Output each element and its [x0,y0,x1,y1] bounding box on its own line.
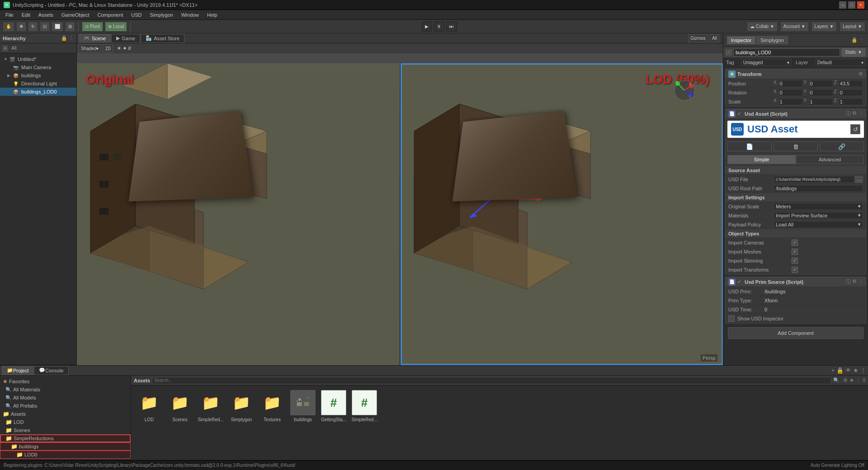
lod-folder[interactable]: 📁 LOD [0,418,131,426]
prim-settings-icon[interactable]: ⚙ [852,278,857,285]
account-dropdown[interactable]: Account ▼ [780,22,809,32]
asset-search-input[interactable] [152,377,831,384]
usd-menu-icon[interactable]: ⋮ [858,110,863,117]
scale-y-input[interactable]: 1 [809,98,833,105]
hierarchy-create-btn[interactable]: + [2,45,9,52]
payload-policy-dropdown[interactable]: Load All ▾ [774,221,863,228]
layers-dropdown[interactable]: Layers ▼ [811,22,837,32]
scenes-folder[interactable]: 📁 Scenes [0,426,131,434]
menu-edit[interactable]: Edit [18,11,34,19]
hierarchy-item-buildings-lod0[interactable]: 📦 buildings_LOD0 [0,88,76,96]
bottom-lock-icon[interactable]: 🔒 [836,367,844,374]
usd-root-path-value[interactable]: /buildings [774,185,863,192]
object-active-checkbox[interactable]: ✓ [726,50,731,55]
move-tool[interactable]: ✥ [16,22,26,32]
menu-file[interactable]: File [2,11,17,19]
position-y-input[interactable]: 0 [809,80,833,87]
play-button[interactable]: ▶ [422,22,432,32]
add-component-button[interactable]: Add Component [728,327,863,339]
pause-button[interactable]: ⏸ [434,22,444,32]
all-models-item[interactable]: 🔍 All Models [0,394,131,402]
2d-button[interactable]: 2D [103,44,113,52]
minimize-button[interactable]: ─ [839,1,846,9]
usd-open-button[interactable]: 📄 [727,141,772,151]
buildings-sub-folder[interactable]: 📁 buildings [0,442,131,451]
orientation-gizmo[interactable]: X Z Y [673,79,696,102]
hierarchy-item-untitled[interactable]: ▼ 🎬 Untitled* [0,55,76,63]
all-materials-item[interactable]: 🔍 All Materials [0,385,131,394]
menu-assets[interactable]: Assets [35,11,57,19]
search-icon-asset[interactable]: 🔍 [833,377,840,383]
shading-dropdown[interactable]: Shaded ▾ [79,44,101,52]
usd-refresh-button[interactable]: ↺ [850,124,860,134]
local-button[interactable]: ⊕ Local [105,22,127,32]
asset-simplereductions[interactable]: 📁 SimpleRed... [197,390,224,423]
fx-icon[interactable]: ✦ [123,45,127,52]
asset-textures[interactable]: 📁 Textures [259,390,286,423]
tab-game[interactable]: ▶ Game [111,34,140,43]
lod0-sub-folder[interactable]: 📁 LOD0 [0,451,131,459]
menu-gameobject[interactable]: GameObject [58,11,93,19]
position-z-input[interactable]: 43.5 [839,80,863,87]
scene-viewport[interactable]: Original [77,53,723,365]
object-name-input[interactable] [733,48,840,56]
rotation-z-input[interactable]: 0 [839,89,863,96]
all-button[interactable]: All [710,34,719,42]
menu-window[interactable]: Window [178,11,203,19]
scale-tool[interactable]: ⊡ [40,22,50,32]
transform-settings-icon[interactable]: ⚙ [859,71,863,77]
menu-help[interactable]: Help [203,11,221,19]
hierarchy-lock-icon[interactable]: 🔒 [61,35,67,41]
assets-root-item[interactable]: 📁 Assets [0,410,131,418]
tab-scene[interactable]: 🎮 Scene [79,34,111,43]
simplygon-folder[interactable]: 📁 Simplygon [0,459,131,460]
scale-x-input[interactable]: 1 [778,98,803,105]
import-transforms-checkbox[interactable]: ✓ [792,267,798,273]
hierarchy-menu-icon[interactable]: ⋮ [69,35,74,41]
inspector-menu-icon[interactable]: ⋮ [859,37,864,43]
import-meshes-checkbox[interactable]: ✓ [792,249,798,255]
simple-tab[interactable]: Simple [727,155,796,164]
asset-star-icon[interactable]: ★ [849,377,854,383]
prim-menu-icon[interactable]: ⋮ [858,278,863,285]
rotation-y-input[interactable]: 0 [809,89,833,96]
usd-file-browse-button[interactable]: … [855,176,863,183]
asset-lod[interactable]: 📁 LOD [136,390,163,423]
asset-simplereductions-file[interactable]: # SimpleRed... [351,390,378,423]
tab-console[interactable]: 💬 Console [34,366,68,375]
prim-info-icon[interactable]: ⓘ [846,278,851,285]
transform-tool[interactable]: ⊞ [65,22,75,32]
advanced-tab[interactable]: Advanced [796,155,864,164]
layout-dropdown[interactable]: Layout ▼ [840,22,865,32]
hand-tool[interactable]: ✋ [3,22,14,32]
asset-filter-icon[interactable]: ⚙ [843,377,848,383]
rotation-x-input[interactable]: 0 [778,89,803,96]
tag-select[interactable]: Untagged ▾ [741,59,791,66]
original-scale-dropdown[interactable]: Meters ▾ [774,203,863,210]
usd-delete-button[interactable]: 🗑 [774,141,818,151]
asset-buildings[interactable]: buildings [289,390,316,423]
asset-simplygon[interactable]: 📁 Simplygon [228,390,255,423]
inspector-lock-icon[interactable]: 🔒 [851,37,858,43]
transform-component-header[interactable]: ⊕ Transform ⚙ [726,69,866,79]
all-prefabs-item[interactable]: 🔍 All Prefabs [0,402,131,410]
usd-file-value[interactable]: c:\Users\Vidar Rinne\UnityScripting\ [774,176,855,183]
bottom-add-icon[interactable]: + [831,367,835,374]
usd-info-icon[interactable]: ⓘ [846,110,851,117]
lighting-icon[interactable]: ☀ [117,45,122,52]
usd-prim-header[interactable]: 📄 ✓ Usd Prim Source (Script) ⓘ ⚙ ⋮ [726,277,866,287]
usd-settings-icon[interactable]: ⚙ [852,110,857,117]
grid-icon[interactable]: # [128,45,131,52]
position-x-input[interactable]: 0 [778,80,803,87]
static-dropdown[interactable]: Static ▼ [842,48,865,56]
import-skinning-checkbox[interactable]: ✓ [792,258,798,264]
hierarchy-item-light[interactable]: 💡 Directional Light [0,80,76,88]
scale-z-input[interactable]: 1 [839,98,863,105]
import-cameras-checkbox[interactable]: ✓ [792,240,798,246]
asset-more-icon[interactable]: ⋮ [856,377,861,383]
bottom-eye-icon[interactable]: 👁 [845,367,851,374]
step-button[interactable]: ⏭ [446,22,457,32]
tab-inspector[interactable]: Inspector [727,36,755,44]
rotate-tool[interactable]: ↻ [28,22,38,32]
hierarchy-item-maincamera[interactable]: 📷 Main Camera [0,63,76,71]
